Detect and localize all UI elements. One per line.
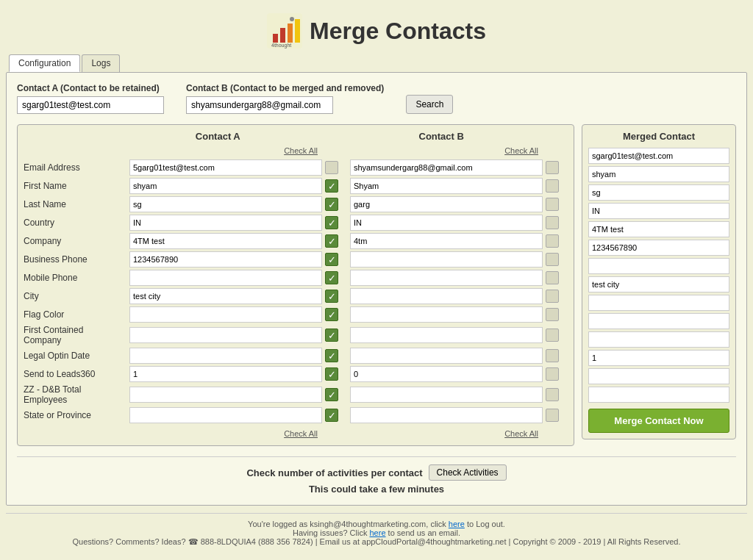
field-a-input-1[interactable] [129,178,322,194]
field-b-input-5[interactable] [350,251,543,268]
field-b-input-4[interactable] [350,233,543,249]
field-b-check-9[interactable] [546,329,559,342]
merged-field-input-10[interactable] [588,331,729,348]
field-b-check-13[interactable] [546,409,559,422]
check-all-a-bottom[interactable]: Check All [279,428,322,439]
field-a-input-5[interactable] [129,251,322,268]
merged-field-input-11[interactable] [588,350,729,366]
check-activities-button[interactable]: Check Activities [429,464,507,481]
field-a-check-11[interactable] [325,367,338,381]
field-a-input-12[interactable] [129,387,322,403]
merged-field-input-12[interactable] [588,368,729,384]
logo-icon: 4thought Marketing [267,13,302,49]
field-b-input-11[interactable] [350,366,543,382]
contact-a-header: Contact A [121,131,315,142]
field-a-input-2[interactable] [129,196,322,212]
field-a-check-1[interactable] [325,179,338,193]
merge-button[interactable]: Merge Contact Now [588,409,729,433]
field-a-check-0[interactable] [325,161,338,174]
merged-field-input-7[interactable] [588,276,729,292]
field-b-input-8[interactable] [350,306,543,323]
merged-field-input-2[interactable] [588,184,729,201]
field-b-input-6[interactable] [350,270,543,286]
field-b-input-13[interactable] [350,407,543,423]
field-b-check-7[interactable] [546,290,559,303]
field-label-9: First Contained Company [24,325,126,345]
search-button[interactable]: Search [406,95,453,114]
tab-logs[interactable]: Logs [82,54,120,72]
field-b-check-11[interactable] [546,367,559,381]
field-b-check-3[interactable] [546,216,559,229]
contact-a-input[interactable] [17,96,164,114]
contact-b-group: Contact B (Contact to be merged and remo… [186,83,384,114]
field-a-check-7[interactable] [325,290,338,303]
field-b-input-2[interactable] [350,196,543,212]
field-label-6: Mobile Phone [24,273,126,283]
field-a-check-8[interactable] [325,308,338,321]
check-all-a-top[interactable]: Check All [279,145,322,157]
field-a-input-11[interactable] [129,366,322,382]
merged-field-input-9[interactable] [588,313,729,329]
field-b-check-0[interactable] [546,161,559,174]
field-a-input-7[interactable] [129,288,322,304]
field-b-input-9[interactable] [350,327,543,343]
merged-field-input-0[interactable] [588,148,729,164]
field-label-4: Company [24,236,126,246]
field-a-check-5[interactable] [325,253,338,266]
field-b-input-7[interactable] [350,288,543,304]
merged-field-input-1[interactable] [588,166,729,182]
field-a-check-13[interactable] [325,409,338,422]
field-b-input-10[interactable] [350,348,543,364]
svg-rect-3 [288,24,293,43]
field-b-check-5[interactable] [546,253,559,266]
field-a-check-3[interactable] [325,216,338,229]
field-a-check-9[interactable] [325,329,338,342]
merged-field-input-8[interactable] [588,295,729,311]
field-a-input-13[interactable] [129,407,322,423]
field-b-input-3[interactable] [350,215,543,231]
field-a-input-8[interactable] [129,306,322,323]
field-label-2: Last Name [24,199,126,209]
page-footer: You're logged as ksingh@4thoughtmarketin… [6,513,747,547]
field-b-check-12[interactable] [546,388,559,401]
check-all-b-top[interactable]: Check All [500,145,543,157]
field-b-input-1[interactable] [350,178,543,194]
field-a-check-6[interactable] [325,271,338,284]
field-a-input-10[interactable] [129,348,322,364]
tab-configuration[interactable]: Configuration [9,54,80,72]
field-b-input-0[interactable] [350,159,543,176]
field-label-3: Country [24,218,126,228]
contacts-panel: Contact A Contact B Check All Check All [17,124,574,446]
field-a-input-3[interactable] [129,215,322,231]
email-link[interactable]: here [370,528,386,537]
svg-rect-4 [295,19,300,43]
field-a-input-4[interactable] [129,233,322,249]
field-b-input-12[interactable] [350,387,543,403]
page-title: Merge Contacts [310,18,486,45]
merged-field-input-4[interactable] [588,221,729,237]
check-all-b-bottom[interactable]: Check All [500,428,543,439]
field-a-check-2[interactable] [325,198,338,211]
contact-a-group: Contact A (Contact to be retained) [17,83,164,114]
merged-field-input-6[interactable] [588,258,729,274]
field-a-input-9[interactable] [129,327,322,343]
field-b-check-8[interactable] [546,308,559,321]
logout-link[interactable]: here [449,520,465,528]
svg-text:4thought: 4thought [271,43,291,49]
field-a-check-12[interactable] [325,388,338,401]
merged-field-input-5[interactable] [588,240,729,256]
field-b-check-4[interactable] [546,234,559,248]
field-a-check-10[interactable] [325,349,338,362]
merged-field-input-13[interactable] [588,387,729,403]
merged-field-input-3[interactable] [588,203,729,219]
field-a-input-6[interactable] [129,270,322,286]
contact-b-input[interactable] [186,96,333,114]
field-b-check-1[interactable] [546,179,559,193]
field-b-check-2[interactable] [546,198,559,211]
field-a-input-0[interactable] [129,159,322,176]
content-row: Contact A Contact B Check All Check All [17,124,736,446]
field-a-check-4[interactable] [325,234,338,248]
field-b-check-6[interactable] [546,271,559,284]
main-container: Contact A (Contact to be retained) Conta… [6,72,747,506]
field-b-check-10[interactable] [546,349,559,362]
